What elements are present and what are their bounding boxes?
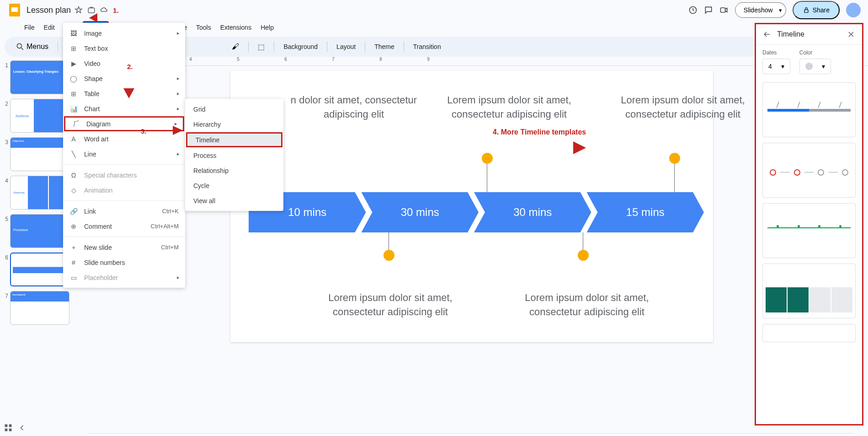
timeline-dot (383, 250, 394, 261)
menu-newslide[interactable]: +New slideCtrl+M (63, 240, 185, 255)
slides-logo (7, 3, 22, 17)
svg-rect-7 (5, 425, 8, 427)
chevron-row: 10 mins 30 mins 30 mins 15 mins (249, 192, 704, 232)
svg-rect-8 (9, 425, 12, 427)
doc-title[interactable]: Lesson plan (27, 5, 71, 15)
submenu-timeline[interactable]: Timeline (186, 132, 282, 147)
connector-line (583, 232, 583, 252)
timeline-dot (578, 250, 589, 261)
panel-title: Timeline (777, 30, 804, 38)
dates-select[interactable]: 4▾ (762, 59, 790, 74)
red-arrow-4 (553, 140, 586, 156)
menu-textbox[interactable]: ⊞Text box (63, 41, 185, 56)
slideshow-button[interactable]: Slideshow (735, 2, 782, 18)
menu-comment[interactable]: ⊕CommentCtrl+Alt+M (63, 219, 185, 234)
template-1[interactable] (762, 82, 856, 137)
menu-slidenum[interactable]: #Slide numbers (63, 255, 185, 270)
menu-edit[interactable]: Edit (40, 22, 59, 33)
connector-line (389, 232, 389, 252)
insert-menu: 🖼Image ⊞Text box ▶Video ◯Shape ⊞Table 📊C… (63, 23, 185, 288)
comment-icon[interactable] (704, 5, 713, 15)
history-icon[interactable] (688, 5, 698, 15)
menu-help[interactable]: Help (256, 22, 278, 33)
share-button[interactable]: Share (793, 1, 840, 19)
slideshow-dropdown[interactable]: ▾ (775, 2, 786, 18)
lorem-text: Lorem ipsum dolor sit amet, consectetur … (326, 291, 454, 319)
annotation-2: 2. (127, 63, 133, 70)
timeline-panel: Timeline Dates 4▾ Color ▾ (755, 23, 863, 425)
transition-button[interactable]: Transition (409, 41, 446, 52)
red-arrow-3 (155, 124, 183, 137)
lorem-text: Lorem ipsum dolor sit amet, consectetur … (619, 93, 747, 122)
template-list (756, 79, 862, 346)
timeline-dot (669, 153, 680, 164)
slide-thumb-7[interactable]: 7 Homework (3, 291, 74, 325)
collapse-icon[interactable] (17, 423, 27, 432)
template-5[interactable] (762, 324, 856, 342)
submenu-cycle[interactable]: Cycle (185, 178, 283, 193)
close-icon[interactable] (847, 30, 856, 39)
menu-image[interactable]: 🖼Image (63, 26, 185, 41)
slide-canvas[interactable]: n dolor sit amet, consectetur adipiscing… (230, 70, 713, 342)
submenu-hierarchy[interactable]: Hierarchy (185, 117, 283, 132)
meet-icon[interactable] (719, 5, 729, 15)
svg-rect-5 (804, 10, 808, 12)
svg-rect-1 (11, 7, 18, 12)
red-arrow-2 (120, 71, 138, 98)
svg-rect-9 (5, 429, 8, 431)
search-menus[interactable]: Menus (11, 39, 53, 54)
back-icon[interactable] (762, 30, 772, 39)
layout-button[interactable]: Layout (332, 41, 360, 52)
zoom-fit[interactable]: ⬚ (253, 40, 269, 54)
menu-tools[interactable]: Tools (192, 22, 215, 33)
submenu-process[interactable]: Process (185, 148, 283, 163)
bottom-bar (4, 423, 27, 432)
menu-link[interactable]: 🔗LinkCtrl+K (63, 204, 185, 219)
lock-icon (803, 6, 810, 14)
connector-line (674, 164, 675, 192)
timeline-dot (482, 153, 493, 164)
annotation-4: 4. More Timeline templates (493, 128, 586, 136)
template-2[interactable] (762, 143, 856, 198)
lorem-text: n dolor sit amet, consectetur adipiscing… (290, 93, 418, 122)
titlebar: Lesson plan 1. Slideshow ▾ Share (0, 0, 868, 20)
background-button[interactable]: Background (279, 41, 322, 52)
lorem-text: Lorem ipsum dolor sit amet, consectetur … (445, 93, 573, 122)
svg-point-6 (17, 43, 21, 48)
chevron-2[interactable]: 30 mins (362, 192, 479, 232)
submenu-relationship[interactable]: Relationship (185, 163, 283, 178)
annotation-1: 1. (113, 6, 119, 14)
theme-button[interactable]: Theme (370, 41, 399, 52)
color-label: Color (799, 49, 831, 56)
dates-label: Dates (762, 49, 790, 56)
red-arrow-1 (89, 11, 112, 25)
submenu-viewall[interactable]: View all (185, 193, 283, 208)
avatar[interactable] (846, 3, 861, 17)
menu-placeholder: ▭Placeholder (63, 270, 185, 285)
svg-rect-10 (9, 429, 12, 431)
template-4[interactable] (762, 264, 856, 318)
chevron-4[interactable]: 15 mins (587, 192, 704, 232)
grid-view-icon[interactable] (4, 423, 13, 432)
menu-video[interactable]: ▶Video (63, 56, 185, 71)
template-3[interactable] (762, 203, 856, 258)
annotation-3: 3. (141, 127, 147, 135)
lorem-text: Lorem ipsum dolor sit amet, consectetur … (523, 291, 651, 319)
search-icon (16, 42, 25, 51)
menu-special: ΩSpecial characters (63, 167, 185, 183)
menu-chart[interactable]: 📊Chart (63, 101, 185, 116)
star-icon[interactable] (75, 6, 83, 14)
ruler-horizontal: 456789 (75, 57, 868, 66)
menu-animation: ◇Animation (63, 183, 185, 198)
diagram-submenu: Grid Hierarchy Timeline Process Relation… (185, 99, 283, 211)
submenu-grid[interactable]: Grid (185, 102, 283, 117)
paint-format[interactable]: 🖌 (227, 40, 244, 54)
svg-rect-4 (720, 8, 725, 12)
connector-line (487, 164, 487, 192)
menu-line[interactable]: ╲Line (63, 146, 185, 161)
speaker-notes[interactable]: Click to add speaker notes (87, 433, 854, 436)
menu-extensions[interactable]: Extensions (216, 22, 256, 33)
chevron-3[interactable]: 30 mins (474, 192, 591, 232)
color-select[interactable]: ▾ (799, 59, 831, 74)
menu-file[interactable]: File (20, 22, 39, 33)
